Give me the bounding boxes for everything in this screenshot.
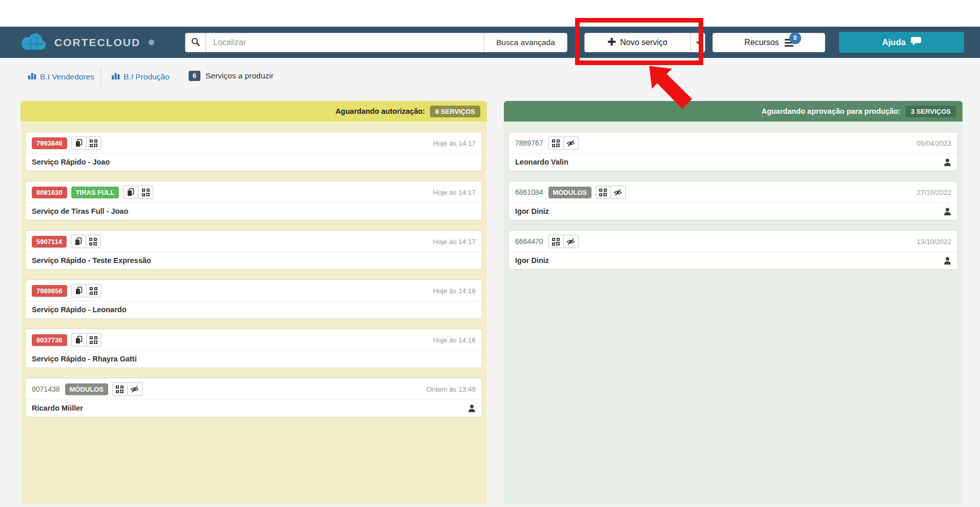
service-timestamp: Hoje às 14:16 [433, 287, 476, 295]
eye-slash-button[interactable] [563, 136, 579, 150]
service-title: Igor Diniz [515, 207, 549, 215]
brand-name: CORTECLOUD [54, 36, 140, 49]
advanced-search-button[interactable]: Busca avançada [484, 33, 567, 52]
brand-logo[interactable]: CORTECLOUD [19, 27, 154, 58]
service-card[interactable]: 7889767 [508, 132, 958, 171]
person-icon [944, 158, 951, 166]
copy-button[interactable] [71, 333, 87, 347]
panel-count-badge: 3 SERVIÇOS [906, 106, 956, 117]
card-bottom-row: Leonardo Valin [509, 153, 957, 171]
service-card[interactable]: 8037736 [25, 329, 482, 368]
eye-slash-button[interactable] [127, 382, 142, 396]
copy-button[interactable] [123, 186, 138, 199]
tab-label: B.I Vendedores [40, 72, 94, 82]
service-card[interactable]: 8081630 TIRAS FULL [25, 181, 482, 220]
service-card[interactable]: 5907114 [25, 230, 482, 270]
qr-code-button[interactable] [86, 333, 101, 347]
service-title: Serviço Rápido - Rhayra Gatti [32, 355, 137, 363]
panel-awaiting-production-approval: Aguardando aprovação para produção: 3 SE… [504, 101, 963, 504]
services-count-badge: 6 [189, 71, 200, 81]
card-action-buttons [548, 235, 579, 248]
service-tag-badge: TIRAS FULL [71, 187, 119, 198]
service-title: Leonardo Valin [515, 158, 568, 166]
service-tag-badge: MÓDULOS [65, 383, 108, 395]
service-card[interactable]: 6861084 MÓDULOS [508, 181, 958, 220]
card-action-buttons [71, 235, 101, 248]
card-top-row: 8081630 TIRAS FULL [26, 181, 482, 202]
resources-count-badge: 0 [789, 32, 801, 44]
service-number: 8081630 [32, 187, 67, 198]
help-label: Ajuda [882, 37, 906, 47]
help-button[interactable]: Ajuda [839, 32, 964, 53]
copy-button[interactable] [71, 235, 86, 248]
service-title: Serviço Rápido - Joao [32, 158, 110, 166]
tab-servicos-a-produzir[interactable]: 6 Serviços a produzir [189, 71, 274, 81]
tab-separator [100, 67, 101, 88]
tab-bi-vendedores[interactable]: B.I Vendedores [28, 72, 94, 82]
bar-chart-icon [112, 72, 120, 82]
tab-label: Serviços a produzir [206, 71, 274, 80]
qr-code-button[interactable] [138, 186, 153, 199]
copy-button[interactable] [71, 284, 87, 297]
service-title: Igor Diniz [515, 256, 549, 265]
person-icon [944, 208, 951, 215]
service-card[interactable]: 6664470 [508, 230, 958, 270]
top-white-strip [0, 0, 980, 27]
qr-code-button[interactable] [596, 186, 611, 199]
service-number: 8071438 [32, 385, 60, 393]
resources-label: Recursos [744, 38, 779, 47]
navbar: CORTECLOUD Busca avançada [0, 27, 980, 58]
service-card[interactable]: 7993846 [25, 132, 482, 171]
qr-code-button[interactable] [86, 136, 101, 150]
qr-code-button[interactable] [86, 235, 101, 248]
card-bottom-row: Igor Diniz [509, 202, 957, 220]
qr-code-button[interactable] [112, 382, 128, 396]
eye-slash-button[interactable] [610, 186, 626, 199]
card-action-buttons [112, 382, 142, 396]
service-timestamp: Hoje às 14:17 [433, 139, 476, 147]
qr-code-button[interactable] [548, 136, 564, 150]
chat-bubble-icon [911, 37, 921, 48]
service-card[interactable]: 7989656 [25, 279, 482, 319]
card-action-buttons [71, 284, 101, 297]
card-bottom-row: Ricardo Miiller [26, 399, 482, 417]
service-timestamp: 05/04/2023 [916, 139, 951, 147]
panel-awaiting-authorization: Aguardando autorização: 6 SERVIÇOS 79938… [21, 101, 487, 504]
service-timestamp: Hoje às 14:16 [433, 336, 476, 344]
panel-header: Aguardando aprovação para produção: 3 SE… [504, 101, 963, 121]
service-title: Serviço de Tiras Full - Joao [32, 207, 128, 215]
panel-count-badge: 6 SERVIÇOS [430, 106, 480, 117]
service-number: 7989656 [32, 285, 67, 297]
service-number: 8037736 [32, 334, 67, 346]
bar-chart-icon [28, 72, 36, 82]
service-title: Serviço Rápido - Leonardo [32, 306, 127, 314]
qr-code-button[interactable] [86, 284, 101, 297]
new-service-dropdown-button[interactable] [690, 33, 705, 52]
service-card[interactable]: 8071438 MÓDULOS [25, 378, 482, 417]
new-service-button[interactable]: Novo serviço [584, 33, 691, 52]
eye-slash-button[interactable] [563, 235, 579, 248]
service-timestamp: 27/10/2022 [916, 189, 951, 196]
copy-button[interactable] [71, 136, 87, 150]
qr-code-button[interactable] [548, 235, 564, 248]
search-icon [191, 37, 200, 48]
card-bottom-row: Serviço de Tiras Full - Joao [26, 202, 482, 220]
person-icon [468, 404, 476, 412]
search-button[interactable] [185, 33, 206, 52]
card-bottom-row: Igor Diniz [509, 252, 957, 269]
card-list: 7889767 [504, 121, 963, 270]
resources-button[interactable]: Recursos 0 [712, 33, 825, 52]
card-top-row: 6861084 MÓDULOS [509, 181, 957, 202]
search-input[interactable] [206, 33, 484, 52]
card-list: 7993846 [21, 121, 487, 417]
plus-icon [608, 38, 616, 48]
service-timestamp: 13/10/2022 [916, 238, 951, 246]
tab-bi-producao[interactable]: B.I Produção [112, 72, 170, 82]
card-action-buttons [71, 333, 101, 347]
card-action-buttons [123, 186, 153, 199]
panel-header-label: Aguardando aprovação para produção: [762, 107, 901, 115]
card-bottom-row: Serviço Rápido - Teste Expressão [26, 252, 482, 269]
tab-label: B.I Produção [124, 72, 170, 82]
cloud-logo-icon [19, 32, 48, 53]
service-number: 5907114 [32, 236, 67, 248]
